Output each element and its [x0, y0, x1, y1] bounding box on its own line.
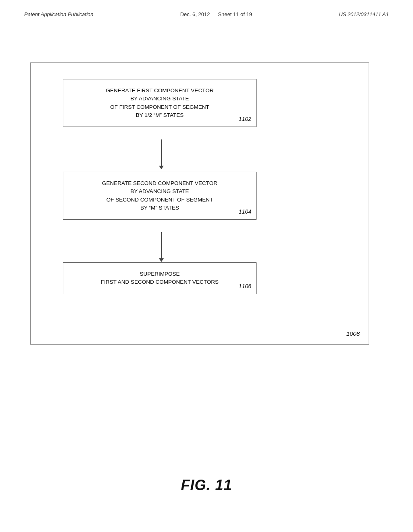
- step2-text: GENERATE SECOND COMPONENT VECTORBY ADVAN…: [102, 180, 217, 211]
- step2-box: GENERATE SECOND COMPONENT VECTORBY ADVAN…: [63, 172, 257, 220]
- header-sheet: Sheet 11 of 19: [218, 11, 252, 17]
- arrow2: [159, 232, 164, 262]
- step2-label: 1104: [239, 208, 251, 216]
- arrow1-line: [161, 139, 162, 166]
- figure-caption: FIG. 11: [0, 477, 413, 494]
- diagram-container: GENERATE FIRST COMPONENT VECTORBY ADVANC…: [30, 62, 369, 345]
- arrow1-head: [159, 166, 164, 169]
- header-patent: US 2012/0311411 A1: [339, 11, 389, 17]
- outer-label: 1008: [346, 330, 360, 337]
- page-header: Patent Application Publication Dec. 6, 2…: [0, 0, 413, 17]
- arrow1: [159, 139, 164, 169]
- arrow2-head: [159, 258, 164, 262]
- header-date: Dec. 6, 2012: [180, 11, 210, 17]
- header-center: Dec. 6, 2012 Sheet 11 of 19: [180, 11, 252, 17]
- step3-text: SUPERIMPOSEFIRST AND SECOND COMPONENT VE…: [101, 271, 219, 285]
- arrow2-line: [161, 232, 162, 258]
- header-publication-type: Patent Application Publication: [24, 11, 94, 17]
- step1-box: GENERATE FIRST COMPONENT VECTORBY ADVANC…: [63, 79, 257, 127]
- step1-text: GENERATE FIRST COMPONENT VECTORBY ADVANC…: [106, 87, 214, 118]
- step1-label: 1102: [239, 115, 251, 123]
- step3-box: SUPERIMPOSEFIRST AND SECOND COMPONENT VE…: [63, 262, 257, 294]
- step3-label: 1106: [239, 282, 251, 291]
